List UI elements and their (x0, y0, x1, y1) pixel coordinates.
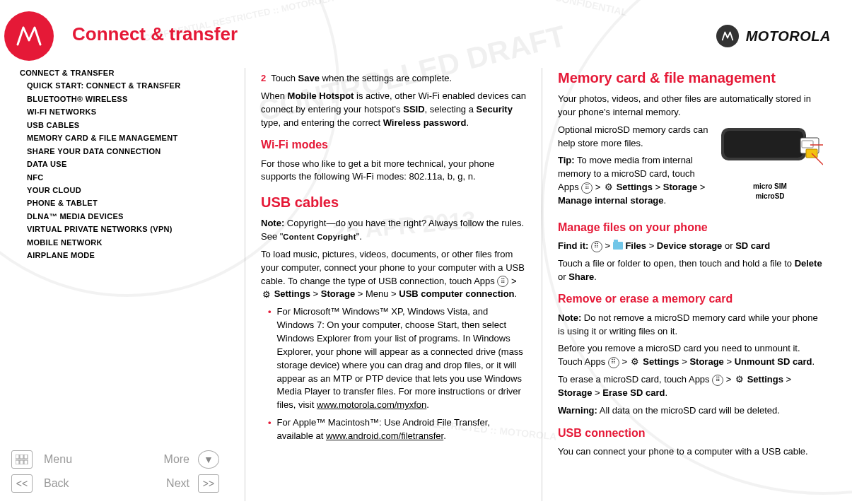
bullet-windows: • For Microsoft™ Windows™ XP, Windows Vi… (268, 305, 526, 412)
erase-p: To erase a microSD card, touch Apps ⠿ > … (558, 373, 823, 400)
gear-icon: ⚙ (261, 290, 272, 300)
nav-section-title: Connect & transfer (20, 68, 229, 79)
brand-text: MOTOROLA (746, 28, 831, 45)
manage-files-p: Touch a file or folder to open, then tou… (558, 257, 823, 284)
bullet-mac: • For Apple™ Macintosh™: Use Android Fil… (268, 416, 526, 443)
next-label[interactable]: Next (166, 477, 189, 490)
diagram-label-sim: micro SIM (717, 182, 823, 192)
gear-icon: ⚙ (603, 182, 614, 193)
folder-icon (613, 242, 623, 250)
nav-item[interactable]: USB cables (27, 120, 229, 131)
svg-rect-8 (20, 455, 23, 459)
warning-p: Warning: All data on the microSD card wi… (558, 404, 823, 418)
mem-p1: Your photos, videos, and other files are… (558, 93, 823, 119)
link-filetransfer[interactable]: www.android.com/filetransfer (326, 430, 443, 441)
more-down-icon[interactable]: ▼ (198, 450, 219, 469)
heading-wifi-modes: Wi-Fi modes (261, 136, 526, 153)
nav-item[interactable]: Mobile network (27, 238, 229, 249)
nav-item[interactable]: Memory card & file management (27, 133, 229, 144)
apps-grid-icon: ⠿ (581, 182, 593, 194)
apps-grid-icon: ⠿ (608, 357, 619, 368)
find-it-line: Find it: ⠿ > Files > Device storage or S… (558, 240, 823, 253)
back-icon[interactable]: << (11, 474, 33, 493)
heading-memory-card: Memory card & file management (558, 68, 823, 88)
svg-rect-9 (24, 455, 28, 459)
bullet-dot-icon: • (268, 416, 272, 443)
diagram-label-sd: microSD (717, 192, 823, 202)
menu-label[interactable]: Menu (44, 453, 72, 466)
nav-item[interactable]: Quick start: Connect & transfer (27, 81, 229, 92)
nav-item[interactable]: DLNA™ media devices (27, 211, 229, 223)
more-label[interactable]: More (164, 453, 189, 466)
link-myxfon[interactable]: www.motorola.com/myxfon (317, 399, 426, 410)
back-label[interactable]: Back (44, 477, 69, 490)
gear-icon: ⚙ (630, 357, 641, 368)
apps-grid-icon: ⠿ (712, 375, 723, 386)
svg-rect-1 (724, 131, 803, 158)
heading-manage-files: Manage files on your phone (558, 219, 823, 235)
bullet-dot-icon: • (268, 305, 272, 412)
nav-item[interactable]: NFC (27, 172, 229, 184)
svg-rect-10 (16, 460, 19, 464)
usb-connection-p: You can connect your phone to a computer… (558, 445, 823, 459)
nav-item[interactable]: Phone & tablet (27, 198, 229, 209)
sidebar-nav: Connect & transfer Quick start: Connect … (4, 68, 245, 501)
nav-item[interactable]: Your cloud (27, 185, 229, 197)
nav-item[interactable]: Airplane mode (27, 250, 229, 262)
hotspot-paragraph: When Mobile Hotspot is active, other Wi-… (261, 90, 526, 130)
heading-usb-cables: USB cables (261, 192, 526, 213)
next-icon[interactable]: >> (198, 474, 219, 493)
heading-usb-connection: USB connection (558, 425, 823, 441)
content-col-2: Memory card & file management Your photo… (542, 68, 839, 501)
nav-item[interactable]: Data use (27, 159, 229, 170)
nav-item[interactable]: Bluetooth® wireless (27, 94, 229, 105)
page-title: Connect & transfer (72, 23, 238, 45)
usb-note: Note: Copyright—do you have the right? A… (261, 217, 526, 244)
svg-rect-7 (16, 455, 19, 459)
brand-mark: MOTOROLA (716, 25, 831, 47)
nav-item[interactable]: Share your data connection (27, 146, 229, 158)
apps-grid-icon: ⠿ (591, 241, 602, 252)
step-2: 2 Touch Save when the settings are compl… (261, 72, 526, 86)
heading-remove-erase: Remove or erase a memory card (558, 291, 823, 307)
svg-rect-11 (20, 460, 23, 464)
usb-how-to: To load music, pictures, videos, documen… (261, 248, 526, 301)
svg-rect-4 (802, 141, 813, 148)
nav-item[interactable]: Wi-Fi Networks (27, 107, 229, 118)
moto-logo-small-icon (716, 25, 739, 47)
apps-grid-icon: ⠿ (497, 276, 508, 287)
unmount-p: Before you remove a microSD card you nee… (558, 342, 823, 369)
menu-grid-icon[interactable] (11, 450, 33, 469)
remove-note: Note: Do not remove a microSD memory car… (558, 312, 823, 339)
gear-icon: ⚙ (734, 375, 745, 385)
wifi-modes-text: For those who like to get a bit more tec… (261, 158, 526, 184)
phone-diagram: micro SIM microSD (717, 124, 823, 202)
page-header: Connect & transfer MOTOROLA (0, 0, 852, 68)
svg-rect-12 (24, 460, 28, 464)
step-number: 2 (261, 73, 266, 83)
content-col-1: 2 Touch Save when the settings are compl… (245, 68, 542, 501)
nav-item[interactable]: Virtual Private Networks (VPN) (27, 224, 229, 235)
footer-controls: Menu More ▼ << Back Next >> (6, 447, 225, 496)
moto-logo-icon (4, 11, 54, 61)
